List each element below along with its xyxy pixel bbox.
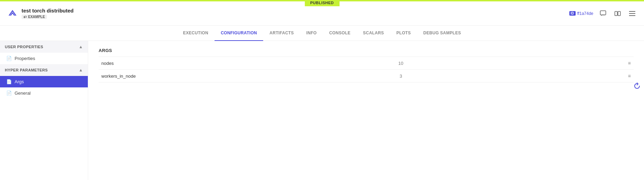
tag-icon: 🏷	[24, 15, 27, 19]
svg-rect-2	[618, 11, 620, 16]
sidebar-section-label-user-properties: USER PROPERTIES	[5, 45, 43, 49]
sidebar-item-label-args: Args	[15, 79, 24, 84]
refresh-icon[interactable]	[634, 83, 641, 91]
published-badge: PUBLISHED	[304, 0, 339, 6]
tab-info[interactable]: INFO	[300, 26, 323, 41]
id-badge: ID ff1a74de	[569, 11, 594, 16]
sidebar-item-properties[interactable]: 📄Properties	[0, 53, 88, 64]
table-row: workers_in_node 3 ≡	[99, 70, 634, 83]
action-col[interactable]: ≡	[616, 57, 634, 70]
content-area: ARGS nodes 10 ≡ workers_in_node 3 ≡	[88, 41, 644, 180]
arg-value: 10	[185, 57, 616, 70]
main-layout: USER PROPERTIES▲📄PropertiesHYPER PARAMET…	[0, 41, 644, 180]
args-section-title: ARGS	[99, 48, 634, 53]
svg-rect-1	[615, 11, 617, 16]
tab-artifacts[interactable]: ARTIFACTS	[263, 26, 300, 41]
menu-icon-button[interactable]	[627, 9, 637, 18]
table-row: nodes 10 ≡	[99, 57, 634, 70]
args-table: nodes 10 ≡ workers_in_node 3 ≡	[99, 57, 634, 83]
sidebar-section-label-hyper-parameters: HYPER PARAMETERS	[5, 68, 48, 72]
sidebar-item-label-general: General	[15, 91, 31, 96]
app-title-block: test torch distributed 🏷 EXAMPLE	[22, 8, 74, 19]
sidebar-section-user-properties[interactable]: USER PROPERTIES▲	[0, 41, 88, 53]
tab-configuration[interactable]: CONFIGURATION	[215, 26, 263, 41]
arg-value: 3	[185, 70, 616, 83]
id-value: ff1a74de	[577, 11, 594, 16]
sidebar: USER PROPERTIES▲📄PropertiesHYPER PARAMET…	[0, 41, 88, 180]
chevron-up-icon: ▲	[79, 44, 83, 49]
file-icon: 📄	[6, 91, 12, 96]
header-right: ID ff1a74de	[569, 9, 637, 18]
arg-key: nodes	[99, 57, 185, 70]
tab-debug-samples[interactable]: DEBUG SAMPLES	[417, 26, 467, 41]
action-col[interactable]: ≡	[616, 70, 634, 83]
example-badge-label: EXAMPLE	[28, 15, 45, 19]
nav-tabs: EXECUTIONCONFIGURATIONARTIFACTSINFOCONSO…	[0, 26, 644, 41]
sidebar-item-general[interactable]: 📄General	[0, 87, 88, 99]
tab-console[interactable]: CONSOLE	[323, 26, 357, 41]
arg-key: workers_in_node	[99, 70, 185, 83]
top-bar: PUBLISHED	[0, 0, 644, 1]
chevron-up-icon: ▲	[79, 68, 83, 72]
id-label: ID	[569, 11, 576, 16]
header-left: test torch distributed 🏷 EXAMPLE	[7, 8, 74, 19]
sidebar-item-args[interactable]: 📄Args	[0, 76, 88, 87]
svg-rect-0	[600, 11, 606, 15]
chat-icon-button[interactable]	[598, 9, 608, 18]
filter-icon[interactable]: ≡	[628, 60, 631, 66]
compare-icon-button[interactable]	[613, 9, 622, 18]
file-icon: 📄	[6, 79, 12, 84]
tab-scalars[interactable]: SCALARS	[357, 26, 390, 41]
tab-plots[interactable]: PLOTS	[390, 26, 417, 41]
app-title: test torch distributed	[22, 8, 74, 14]
filter-icon[interactable]: ≡	[628, 73, 631, 79]
sidebar-section-hyper-parameters[interactable]: HYPER PARAMETERS▲	[0, 64, 88, 76]
tab-execution[interactable]: EXECUTION	[177, 26, 215, 41]
example-badge: 🏷 EXAMPLE	[22, 15, 47, 19]
app-logo-icon	[7, 8, 18, 19]
file-icon: 📄	[6, 56, 12, 61]
sidebar-item-label-properties: Properties	[15, 56, 35, 61]
